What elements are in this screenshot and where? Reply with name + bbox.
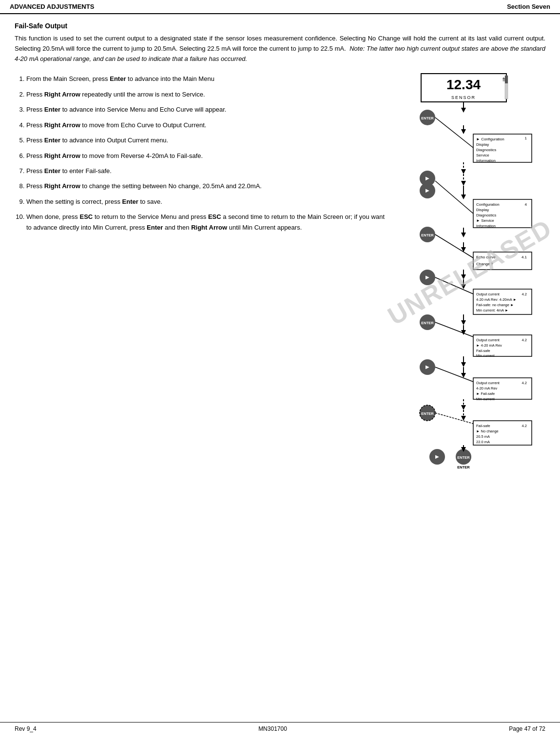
svg-text:ENTER: ENTER	[421, 321, 434, 325]
svg-text:► Fail-safe: ► Fail-safe	[476, 391, 495, 396]
svg-text:Min current: Min current	[476, 353, 495, 358]
footer-right: Page 47 of 72	[509, 725, 545, 732]
svg-text:ENTER: ENTER	[421, 411, 434, 416]
footer-center: MN301700	[258, 725, 287, 732]
svg-text:ENTER: ENTER	[457, 465, 470, 469]
section-title: Fail-Safe Output	[15, 22, 545, 30]
svg-text:Display: Display	[476, 142, 489, 147]
svg-marker-41	[461, 233, 466, 237]
svg-text:►: ►	[425, 273, 431, 281]
svg-text:12.34: 12.34	[446, 77, 481, 92]
svg-text:Configuration: Configuration	[476, 202, 500, 207]
svg-marker-65	[461, 320, 466, 325]
svg-text:Min current:    4mA   ►: Min current: 4mA ►	[476, 308, 508, 312]
footer-left: Rev 9_4	[15, 725, 37, 732]
svg-text:Fail-safe: Fail-safe	[476, 349, 490, 353]
step-1: From the Main Screen, press Enter to adv…	[26, 74, 385, 84]
svg-line-68	[435, 322, 473, 337]
svg-marker-11	[461, 129, 466, 134]
svg-line-94	[435, 413, 473, 424]
header-right: Section Seven	[507, 3, 550, 10]
svg-marker-43	[461, 247, 466, 252]
svg-marker-21	[461, 169, 466, 174]
svg-marker-78	[461, 362, 466, 367]
svg-line-37	[435, 181, 473, 214]
svg-line-44	[435, 234, 473, 258]
two-col-layout: From the Main Screen, press Enter to adv…	[15, 74, 545, 514]
svg-text:Information: Information	[476, 224, 496, 228]
svg-text:Change ?: Change ?	[476, 262, 493, 266]
svg-text:Information: Information	[476, 158, 496, 163]
svg-line-81	[435, 367, 473, 382]
steps-column: From the Main Screen, press Enter to adv…	[15, 74, 385, 237]
svg-text:Min current: Min current	[476, 397, 495, 401]
svg-text:4-20 mA Rev: 4-20 mA Rev	[476, 386, 498, 391]
svg-text:►: ►	[425, 187, 431, 194]
svg-line-55	[435, 277, 473, 294]
svg-marker-25	[461, 181, 466, 186]
svg-text:ENTER: ENTER	[457, 455, 470, 460]
svg-text:► 4-20 mA Rev: ► 4-20 mA Rev	[476, 343, 502, 348]
svg-text:4.2: 4.2	[522, 338, 527, 342]
svg-marker-93	[461, 416, 466, 421]
svg-text:►: ►	[434, 453, 441, 460]
diagram-column: UNRELEASED 12.34 ft SENSOR ENTER	[394, 74, 545, 514]
svg-text:► No change: ► No change	[476, 429, 499, 433]
svg-text:Diagnostics: Diagnostics	[476, 213, 496, 217]
svg-text:20.5 mA: 20.5 mA	[476, 434, 490, 439]
intro-paragraph: This function is used to set the current…	[15, 34, 545, 64]
svg-text:Service: Service	[476, 153, 489, 157]
svg-text:Output current: Output current	[476, 292, 500, 296]
svg-text:SENSOR: SENSOR	[451, 95, 476, 100]
svg-rect-4	[505, 76, 508, 83]
step-9: When the setting is correct, press Enter…	[26, 196, 385, 207]
steps-list: From the Main Screen, press Enter to adv…	[15, 74, 385, 233]
main-content: Fail-Safe Output This function is used t…	[0, 22, 560, 524]
step-8: Press Right Arrow to change the setting …	[26, 181, 385, 191]
step-3: Press Enter to advance into Service Menu…	[26, 104, 385, 115]
step-6: Press Right Arrow to move from Reverse 4…	[26, 151, 385, 161]
svg-text:4.2: 4.2	[522, 424, 527, 428]
svg-text:4.2: 4.2	[522, 292, 527, 296]
svg-text:►: ►	[425, 175, 431, 182]
svg-text:Output current: Output current	[476, 338, 500, 342]
svg-text:► Service: ► Service	[476, 218, 494, 223]
svg-text:Fail-safe:  no change ►: Fail-safe: no change ►	[476, 303, 514, 307]
svg-text:1: 1	[525, 136, 527, 140]
step-5: Press Enter to advance into Output Curre…	[26, 135, 385, 145]
step-10: When done, press ESC to return to the Se…	[26, 212, 385, 233]
svg-marker-29	[461, 195, 466, 199]
svg-text:4.2: 4.2	[522, 381, 527, 385]
svg-text:22.0 mA: 22.0 mA	[476, 440, 490, 444]
svg-text:4-20 mA Rev:  4-20mA ►: 4-20 mA Rev: 4-20mA ►	[476, 297, 517, 302]
svg-text:ENTER: ENTER	[421, 116, 434, 120]
svg-text:ENTER: ENTER	[421, 233, 434, 237]
svg-text:4.1: 4.1	[521, 255, 527, 259]
svg-text:Display: Display	[476, 208, 489, 212]
step-2: Press Right Arrow repeatedly until the a…	[26, 89, 385, 99]
page-header: ADVANCED ADJUSTMENTS Section Seven	[0, 0, 560, 14]
svg-text:Diagnostics: Diagnostics	[476, 148, 496, 152]
svg-text:4: 4	[525, 202, 527, 207]
svg-line-19	[435, 117, 473, 148]
svg-marker-54	[461, 284, 466, 289]
flow-diagram: 12.34 ft SENSOR ENTER	[394, 74, 541, 512]
header-left: ADVANCED ADJUSTMENTS	[10, 3, 94, 10]
svg-marker-9	[461, 108, 466, 113]
step-4: Press Right Arrow to move from Echo Curv…	[26, 120, 385, 130]
svg-text:► Configuration: ► Configuration	[476, 137, 504, 141]
svg-text:►: ►	[425, 363, 431, 371]
svg-marker-52	[461, 274, 466, 279]
svg-text:Fail-safe: Fail-safe	[476, 424, 490, 428]
step-7: Press Enter to enter Fail-safe.	[26, 166, 385, 176]
page-footer: Rev 9_4 MN301700 Page 47 of 72	[0, 722, 560, 732]
svg-text:Output current: Output current	[476, 381, 500, 385]
svg-marker-91	[461, 405, 466, 410]
svg-text:Echo curve: Echo curve	[476, 255, 496, 259]
